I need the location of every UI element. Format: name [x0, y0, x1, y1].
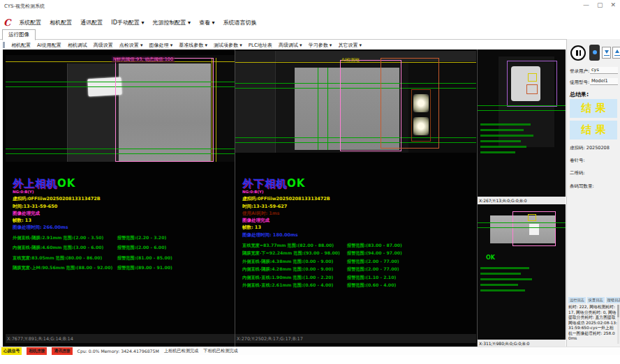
menu-item-camera-config[interactable]: 相机配置 — [50, 19, 72, 26]
middle-frame-count: 帧数: 13 — [242, 225, 261, 231]
measure-line — [478, 222, 566, 223]
upper-camera-status: 上相机已检测完成 — [164, 348, 199, 354]
middle-process-time: 图像处理时间: 180.00ms — [242, 232, 298, 238]
roi-rect — [507, 61, 557, 107]
bright-spot — [529, 224, 539, 235]
log-tab-errors[interactable]: 报错日志 — [606, 297, 620, 303]
arrow-down-icon — [605, 50, 609, 54]
tool-camera-debug[interactable]: 相机调试 — [68, 42, 87, 49]
camera-name: 外下相机 — [242, 177, 287, 190]
alarm-range: 报警范围:(2.00 - 6.00) — [117, 245, 166, 251]
export-button[interactable] — [612, 47, 620, 59]
middle-time: 时间:13-31-59-627 — [242, 204, 287, 210]
tray-icon — [604, 55, 610, 56]
measurement-value: 外侧直线-隔膜:4.38mm 范围:(0.00 - 9.00) — [242, 259, 333, 265]
measurement-value: 内侧直线-隔膜:4.60mm 范围:(3.00 - 6.00) — [13, 245, 103, 251]
left-camera-subtext: NG:0:B(Y) — [13, 190, 34, 194]
result-box-upper: 结果 — [570, 99, 617, 118]
alarm-range: 报警范围:(2.00 - 77.00) — [347, 259, 399, 265]
ai-detect-label: AI检测框 — [341, 57, 360, 63]
measurement-value: 内侧直线-直线:1.90mm 范围:(1.00 - 2.20) — [242, 275, 333, 281]
middle-camera-image[interactable]: AI检测框 — [235, 51, 476, 153]
pause-button[interactable] — [570, 45, 586, 61]
tab-run-image[interactable]: 运行图像 — [2, 29, 36, 40]
measurement-value: 隔膜宽度-下=92.24mm 范围:(93.00 - 98.00) — [242, 250, 340, 257]
ocr-text-lines — [480, 146, 526, 148]
measurement-value: 外侧直线-隔膜:2.91mm 范围:(2.00 - 3.50) — [13, 235, 103, 241]
ocr-text-lines — [480, 129, 524, 131]
left-camera-image[interactable]: N标高阈值:93, 动态阈值:100 — [6, 55, 235, 162]
measure-line — [478, 227, 566, 228]
login-user-field[interactable]: cys — [590, 67, 618, 74]
ai-detect-rect — [381, 58, 439, 149]
camera-status: OK — [57, 177, 75, 190]
needle-no-field: 卷针号: — [570, 158, 585, 164]
import-button[interactable] — [602, 47, 611, 59]
menu-item-id-manual-config[interactable]: ID手动配置 ▾ — [111, 19, 144, 26]
left-camera-title: 外上相机OK — [13, 177, 75, 190]
ocr-text-lines — [480, 273, 521, 275]
minimize-button[interactable]: — — [583, 1, 589, 8]
ocr-text-lines — [480, 278, 532, 280]
middle-virtual-code: 虚拟码:0FFIiiw2025020813313472B — [242, 196, 330, 202]
log-tab-bar: 运行日志 设置日志 报错日志 — [568, 297, 620, 303]
roi-rect — [115, 58, 214, 162]
menu-item-comm-config[interactable]: 通讯配置 — [80, 19, 103, 26]
middle-camera-title: 外下相机OK — [242, 177, 305, 190]
aux-bottom-cursor-coords: X:311;Y:980;R:0;G:0;B:0 — [478, 340, 566, 347]
login-user-label: 登录用户: — [570, 68, 589, 75]
tool-plc-address[interactable]: PLC地址表 — [249, 42, 272, 49]
tool-baseline-params[interactable]: 基准线参数 ▾ — [179, 42, 207, 49]
tool-ai-config[interactable]: AI使用配置 — [37, 42, 61, 49]
camera-capture-button[interactable] — [589, 45, 600, 61]
measurement-value: 直线宽度=83.77mm 范围:(82.00 - 88.00) — [242, 243, 334, 249]
tool-test-params[interactable]: 测试项参数 ▾ — [214, 42, 242, 49]
middle-process-done: 图像处理完成 — [242, 218, 270, 224]
ocr-text-lines — [480, 140, 521, 142]
camera-status: OK — [287, 177, 305, 190]
aux-bottom-camera-image[interactable]: OK — [478, 204, 566, 340]
alarm-range: 报警范围:(94.00 - 97.00) — [347, 250, 402, 257]
measure-line — [318, 68, 318, 150]
edge-line — [216, 58, 216, 162]
menu-item-language-switch[interactable]: 系统语言切换 — [223, 19, 257, 26]
window-title: CYS-视觉检测系统 — [4, 3, 45, 10]
tool-image-processing[interactable]: 图像处理 ▾ — [149, 42, 173, 49]
model-label: 使用型号: — [570, 79, 589, 86]
close-button[interactable]: ✕ — [610, 1, 616, 8]
menu-item-system-config[interactable]: 系统配置 — [19, 19, 41, 26]
log-output: 耗时: 222, 网络检测耗时: 17, 网络分类耗时: 0, 网络提取分类耗时… — [568, 305, 617, 342]
tool-advanced-debug[interactable]: 高级调试 ▾ — [279, 42, 302, 49]
tab-bar: 运行图像 — [0, 28, 620, 40]
middle-cursor-coords: X:270;Y:2502;R:17;G:17;B:17 — [235, 334, 476, 343]
measure-line — [478, 105, 566, 106]
tool-advanced-settings[interactable]: 高级设置 — [94, 42, 113, 49]
alarm-range: 报警范围:(0.60 - 4.00) — [347, 282, 396, 289]
ocr-text-lines — [480, 151, 515, 153]
ocr-text-lines — [480, 135, 533, 137]
maximize-button[interactable]: ▢ — [597, 1, 603, 8]
feature-box — [526, 84, 538, 94]
tool-learning-params[interactable]: 学习参数 ▾ — [309, 42, 332, 49]
alarm-range: 报警范围:(1.10 - 2.10) — [347, 275, 396, 281]
model-field[interactable]: Model1 — [590, 78, 618, 85]
measure-line — [327, 68, 328, 150]
heartbeat-status-badge: 心跳信号 — [1, 347, 22, 355]
lower-camera-status: 下相机已检测完成 — [203, 348, 238, 354]
menu-item-light-control[interactable]: 光源控制配置 ▾ — [152, 19, 191, 26]
log-tab-run[interactable]: 运行日志 — [568, 297, 586, 303]
barcode-count-field: 条码写数量: — [570, 183, 594, 190]
aux-top-camera-image[interactable] — [478, 51, 566, 197]
status-bar: 心跳信号 相机连接 通讯连接 Cpu: 0.0% Memory: 3424.41… — [0, 347, 620, 355]
ocr-text-lines — [480, 267, 529, 269]
tool-camera-config[interactable]: 相机配置 — [11, 42, 31, 49]
camera-connect-badge: 相机连接 — [27, 347, 47, 355]
ocr-text-lines — [480, 284, 518, 286]
tool-spot-check[interactable]: 点检设置 ▾ — [119, 42, 143, 49]
log-tab-settings[interactable]: 设置日志 — [587, 297, 605, 303]
tool-other-settings[interactable]: 其它设置 ▾ — [338, 42, 362, 49]
log-scrollbar[interactable] — [617, 305, 619, 344]
menu-item-view[interactable]: 查看 ▾ — [199, 19, 215, 26]
toolbar: 相机配置 AI使用配置 相机调试 高级设置 点检设置 ▾ 图像处理 ▾ 基准线参… — [0, 40, 620, 50]
total-result-label: 总结果: — [570, 91, 589, 98]
